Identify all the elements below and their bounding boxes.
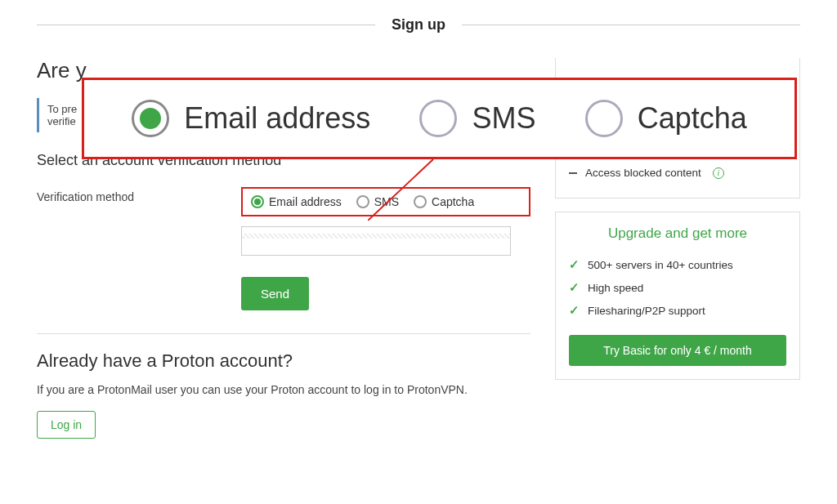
check-icon: ✓	[569, 303, 580, 318]
check-icon: ✓	[569, 280, 580, 295]
feature-text: High speed	[588, 282, 643, 294]
callout-radio-sms: SMS	[419, 100, 535, 137]
radio-email[interactable]: Email address	[251, 195, 342, 208]
upgrade-box: Upgrade and get more ✓500+ servers in 40…	[555, 212, 800, 380]
radio-icon	[585, 100, 623, 137]
radio-icon	[356, 195, 369, 208]
radio-sms[interactable]: SMS	[356, 195, 399, 208]
radio-icon	[132, 100, 169, 137]
radio-label: Captcha	[432, 195, 474, 208]
radio-icon	[251, 195, 264, 208]
already-have-heading: Already have a Proton account?	[37, 350, 530, 372]
radio-label: SMS	[374, 195, 399, 208]
radio-label: Email address	[269, 195, 342, 208]
try-basic-button[interactable]: Try Basic for only 4 € / month	[569, 335, 786, 366]
verification-method-label: Verification method	[37, 187, 241, 203]
send-button[interactable]: Send	[241, 277, 309, 310]
radio-icon	[419, 100, 457, 137]
check-icon: ✓	[569, 257, 580, 272]
info-icon[interactable]: i	[713, 167, 724, 179]
dash-icon	[569, 172, 577, 174]
verification-radio-group: Email address SMS Captcha	[241, 187, 530, 216]
radio-icon	[414, 195, 427, 208]
feature-item: ✓500+ servers in 40+ countries	[569, 253, 786, 276]
callout-radio-email: Email address	[132, 100, 370, 137]
radio-captcha[interactable]: Captcha	[414, 195, 474, 208]
zoom-callout: Email address SMS Captcha	[82, 78, 797, 159]
feature-item: ✓Filesharing/P2P support	[569, 299, 786, 322]
verification-input[interactable]	[241, 226, 511, 256]
login-button[interactable]: Log in	[37, 411, 96, 439]
feature-text: Filesharing/P2P support	[588, 305, 705, 317]
callout-label: Captcha	[638, 101, 747, 136]
step-line-left	[37, 25, 375, 25]
feature-text: Access blocked content	[585, 167, 701, 179]
upgrade-title: Upgrade and get more	[569, 225, 786, 242]
callout-label: Email address	[184, 101, 370, 136]
callout-radio-captcha: Captcha	[585, 100, 747, 137]
feature-item: ✓High speed	[569, 276, 786, 299]
already-have-description: If you are a ProtonMail user you can use…	[37, 383, 530, 396]
feature-text: 500+ servers in 40+ countries	[588, 259, 733, 271]
section-divider	[37, 333, 530, 334]
step-line-right	[462, 25, 800, 25]
step-header: Sign up	[0, 0, 837, 33]
step-title: Sign up	[375, 16, 462, 33]
upgrade-features: ✓500+ servers in 40+ countries ✓High spe…	[569, 253, 786, 322]
callout-label: SMS	[472, 101, 535, 136]
feature-item: Access blocked contenti	[569, 163, 786, 183]
